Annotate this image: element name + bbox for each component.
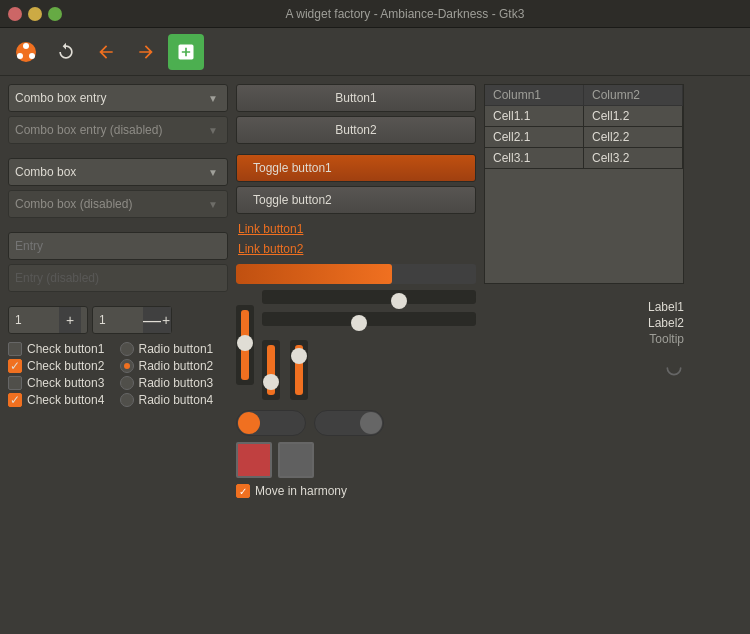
tree-col2-header[interactable]: Column2	[584, 85, 683, 105]
radio-item-1[interactable]: Radio button1	[120, 342, 229, 356]
spin-up2-button[interactable]: +	[161, 307, 171, 333]
tree-view: Column1 Column2 Cell1.1 Cell1.2 Cell2.1 …	[484, 84, 684, 284]
combo-box-entry[interactable]: Combo box entry ▼	[8, 84, 228, 112]
check-item-2[interactable]: ✓ Check button2	[8, 359, 117, 373]
spin-box-2[interactable]: 1 — +	[92, 306, 172, 334]
link-button2[interactable]: Link button2	[236, 240, 476, 258]
spin-input-2[interactable]: 1	[93, 313, 143, 327]
label2: Label2	[648, 316, 684, 330]
radio-circle-3[interactable]	[120, 376, 134, 390]
ubuntu-icon	[14, 40, 38, 64]
labels-area: Label1 Label2 Tooltip	[484, 300, 684, 346]
radio-label-4: Radio button4	[139, 393, 214, 407]
harmony-check[interactable]: ✓	[236, 484, 250, 498]
buttons-area: Button1 Button2	[236, 84, 476, 144]
check-box-3[interactable]	[8, 376, 22, 390]
v-slider-dark[interactable]	[236, 305, 254, 385]
svg-point-4	[667, 361, 680, 374]
slider-row-1	[236, 290, 476, 400]
swatch-gray[interactable]	[278, 442, 314, 478]
maximize-button[interactable]	[48, 7, 62, 21]
tooltip-label: Tooltip	[649, 332, 684, 346]
toggle-knob-off	[360, 412, 382, 434]
table-row[interactable]: Cell3.1 Cell3.2	[485, 148, 683, 169]
tree-cell-2-2: Cell2.2	[584, 127, 683, 147]
combo-arrow-disabled-icon: ▼	[205, 122, 221, 138]
toggle-switch-on[interactable]	[236, 410, 306, 436]
harmony-label: Move in harmony	[255, 484, 347, 498]
right-column: Column1 Column2 Cell1.1 Cell1.2 Cell2.1 …	[484, 84, 684, 626]
h-slider-2-container	[262, 312, 476, 332]
radio-item-4[interactable]: Radio button4	[120, 393, 229, 407]
left-column: Combo box entry ▼ Combo box entry (disab…	[8, 84, 228, 626]
check-box-2[interactable]: ✓	[8, 359, 22, 373]
radio-label-2: Radio button2	[139, 359, 214, 373]
reload-button[interactable]	[48, 34, 84, 70]
radio-circle-2[interactable]	[120, 359, 134, 373]
add-icon	[176, 42, 196, 62]
radio-item-2[interactable]: Radio button2	[120, 359, 229, 373]
entry-input[interactable]	[8, 232, 228, 260]
spinner-area	[484, 358, 684, 378]
table-row[interactable]: Cell2.1 Cell2.2	[485, 127, 683, 148]
spin-down-button[interactable]: —	[143, 307, 161, 333]
svg-point-1	[23, 43, 29, 49]
v-slider-3[interactable]	[290, 340, 308, 400]
radio-circle-4[interactable]	[120, 393, 134, 407]
sliders-area	[236, 290, 476, 400]
combo-box-entry-disabled-text: Combo box entry (disabled)	[15, 123, 205, 137]
spin-row: 1 + 1 — +	[8, 306, 228, 334]
titlebar: A widget factory - Ambiance-Darkness - G…	[0, 0, 750, 28]
close-button[interactable]	[8, 7, 22, 21]
main-content: Combo box entry ▼ Combo box entry (disab…	[0, 76, 750, 634]
entry-disabled-input	[8, 264, 228, 292]
combo-arrow2-icon: ▼	[205, 164, 221, 180]
middle-column: Button1 Button2 Toggle button1 Toggle bu…	[236, 84, 476, 626]
table-row[interactable]: Cell1.1 Cell1.2	[485, 106, 683, 127]
window-title: A widget factory - Ambiance-Darkness - G…	[68, 7, 742, 21]
harmony-row[interactable]: ✓ Move in harmony	[236, 484, 476, 498]
toggle-button1[interactable]: Toggle button1	[236, 154, 476, 182]
radio-circle-1[interactable]	[120, 342, 134, 356]
swatch-row	[236, 442, 476, 478]
check-radio-grid: Check button1 Radio button1 ✓ Check butt…	[8, 342, 228, 407]
check-box-1[interactable]	[8, 342, 22, 356]
radio-item-3[interactable]: Radio button3	[120, 376, 229, 390]
combo-arrow-icon: ▼	[205, 90, 221, 106]
h-slider-1[interactable]	[262, 290, 476, 304]
button2[interactable]: Button2	[236, 116, 476, 144]
minimize-button[interactable]	[28, 7, 42, 21]
spin-box-1[interactable]: 1 +	[8, 306, 88, 334]
back-button[interactable]	[88, 34, 124, 70]
toggle-switch-row	[236, 410, 476, 436]
toggle-button2[interactable]: Toggle button2	[236, 186, 476, 214]
check-box-4[interactable]: ✓	[8, 393, 22, 407]
spin-up-button[interactable]: +	[59, 307, 81, 333]
combo-arrow3-icon: ▼	[205, 196, 221, 212]
tree-col1-header[interactable]: Column1	[485, 85, 584, 105]
radio-label-3: Radio button3	[139, 376, 214, 390]
combo-box-disabled: Combo box (disabled) ▼	[8, 190, 228, 218]
v-slider-2[interactable]	[262, 340, 280, 400]
spin-input-1[interactable]: 1	[9, 313, 59, 327]
toggle-knob	[238, 412, 260, 434]
reload-icon	[56, 42, 76, 62]
forward-icon	[136, 42, 156, 62]
link-button1[interactable]: Link button1	[236, 220, 476, 238]
radio-label-1: Radio button1	[139, 342, 214, 356]
h-slider-2[interactable]	[262, 312, 476, 326]
progress-fill	[236, 264, 392, 284]
add-button[interactable]	[168, 34, 204, 70]
check-item-1[interactable]: Check button1	[8, 342, 117, 356]
combo-box[interactable]: Combo box ▼	[8, 158, 228, 186]
spacer2	[8, 222, 228, 228]
toggle-switch-off[interactable]	[314, 410, 384, 436]
button1[interactable]: Button1	[236, 84, 476, 112]
check-item-4[interactable]: ✓ Check button4	[8, 393, 117, 407]
ubuntu-icon-button[interactable]	[8, 34, 44, 70]
check-item-3[interactable]: Check button3	[8, 376, 117, 390]
forward-button[interactable]	[128, 34, 164, 70]
swatch-red[interactable]	[236, 442, 272, 478]
check-label-3: Check button3	[27, 376, 104, 390]
tree-cell-2-1: Cell2.1	[485, 127, 584, 147]
